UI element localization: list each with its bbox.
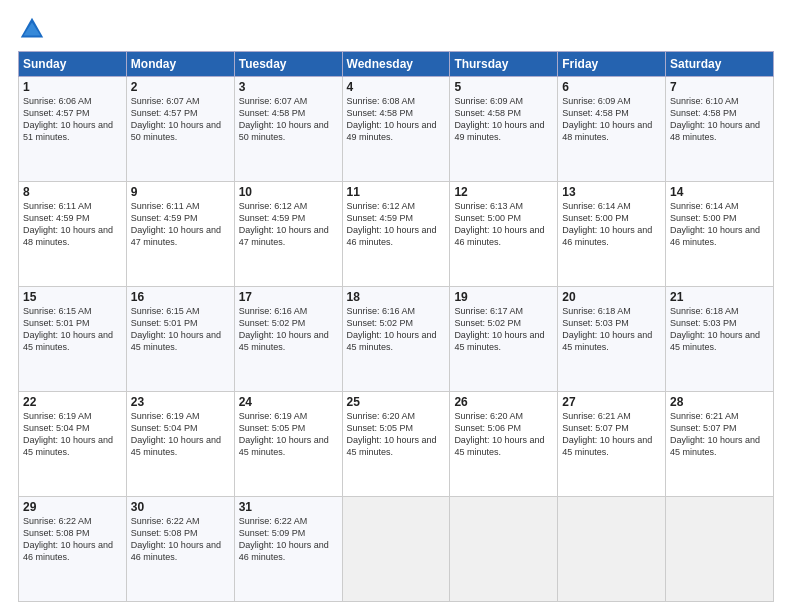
logo — [18, 15, 50, 43]
day-content: Sunrise: 6:21 AMSunset: 5:07 PMDaylight:… — [562, 410, 661, 459]
calendar-day-cell: 7Sunrise: 6:10 AMSunset: 4:58 PMDaylight… — [666, 77, 774, 182]
day-content: Sunrise: 6:07 AMSunset: 4:58 PMDaylight:… — [239, 95, 338, 144]
day-number: 30 — [131, 500, 230, 514]
day-content: Sunrise: 6:14 AMSunset: 5:00 PMDaylight:… — [562, 200, 661, 249]
calendar-day-cell: 8Sunrise: 6:11 AMSunset: 4:59 PMDaylight… — [19, 182, 127, 287]
day-content: Sunrise: 6:18 AMSunset: 5:03 PMDaylight:… — [562, 305, 661, 354]
col-friday: Friday — [558, 52, 666, 77]
calendar-day-cell: 24Sunrise: 6:19 AMSunset: 5:05 PMDayligh… — [234, 392, 342, 497]
day-content: Sunrise: 6:09 AMSunset: 4:58 PMDaylight:… — [454, 95, 553, 144]
day-number: 29 — [23, 500, 122, 514]
col-wednesday: Wednesday — [342, 52, 450, 77]
day-content: Sunrise: 6:12 AMSunset: 4:59 PMDaylight:… — [239, 200, 338, 249]
logo-icon — [18, 15, 46, 43]
calendar-day-cell: 22Sunrise: 6:19 AMSunset: 5:04 PMDayligh… — [19, 392, 127, 497]
calendar-day-cell: 30Sunrise: 6:22 AMSunset: 5:08 PMDayligh… — [126, 497, 234, 602]
day-number: 10 — [239, 185, 338, 199]
day-content: Sunrise: 6:13 AMSunset: 5:00 PMDaylight:… — [454, 200, 553, 249]
day-number: 26 — [454, 395, 553, 409]
day-content: Sunrise: 6:17 AMSunset: 5:02 PMDaylight:… — [454, 305, 553, 354]
calendar-week-row: 29Sunrise: 6:22 AMSunset: 5:08 PMDayligh… — [19, 497, 774, 602]
day-number: 2 — [131, 80, 230, 94]
calendar-day-cell: 12Sunrise: 6:13 AMSunset: 5:00 PMDayligh… — [450, 182, 558, 287]
calendar-day-cell: 10Sunrise: 6:12 AMSunset: 4:59 PMDayligh… — [234, 182, 342, 287]
calendar-day-cell: 21Sunrise: 6:18 AMSunset: 5:03 PMDayligh… — [666, 287, 774, 392]
calendar-day-cell: 1Sunrise: 6:06 AMSunset: 4:57 PMDaylight… — [19, 77, 127, 182]
day-content: Sunrise: 6:22 AMSunset: 5:08 PMDaylight:… — [23, 515, 122, 564]
day-content: Sunrise: 6:16 AMSunset: 5:02 PMDaylight:… — [347, 305, 446, 354]
day-number: 24 — [239, 395, 338, 409]
day-number: 21 — [670, 290, 769, 304]
day-number: 31 — [239, 500, 338, 514]
day-content: Sunrise: 6:19 AMSunset: 5:04 PMDaylight:… — [131, 410, 230, 459]
day-content: Sunrise: 6:18 AMSunset: 5:03 PMDaylight:… — [670, 305, 769, 354]
day-number: 16 — [131, 290, 230, 304]
calendar-day-cell: 23Sunrise: 6:19 AMSunset: 5:04 PMDayligh… — [126, 392, 234, 497]
weekday-row: Sunday Monday Tuesday Wednesday Thursday… — [19, 52, 774, 77]
day-content: Sunrise: 6:19 AMSunset: 5:05 PMDaylight:… — [239, 410, 338, 459]
day-number: 28 — [670, 395, 769, 409]
calendar-week-row: 15Sunrise: 6:15 AMSunset: 5:01 PMDayligh… — [19, 287, 774, 392]
calendar-week-row: 1Sunrise: 6:06 AMSunset: 4:57 PMDaylight… — [19, 77, 774, 182]
day-number: 18 — [347, 290, 446, 304]
day-content: Sunrise: 6:20 AMSunset: 5:05 PMDaylight:… — [347, 410, 446, 459]
day-number: 15 — [23, 290, 122, 304]
day-content: Sunrise: 6:16 AMSunset: 5:02 PMDaylight:… — [239, 305, 338, 354]
calendar-day-cell: 28Sunrise: 6:21 AMSunset: 5:07 PMDayligh… — [666, 392, 774, 497]
day-content: Sunrise: 6:10 AMSunset: 4:58 PMDaylight:… — [670, 95, 769, 144]
calendar-day-cell: 5Sunrise: 6:09 AMSunset: 4:58 PMDaylight… — [450, 77, 558, 182]
calendar-day-cell: 16Sunrise: 6:15 AMSunset: 5:01 PMDayligh… — [126, 287, 234, 392]
day-number: 6 — [562, 80, 661, 94]
col-saturday: Saturday — [666, 52, 774, 77]
day-content: Sunrise: 6:15 AMSunset: 5:01 PMDaylight:… — [23, 305, 122, 354]
day-number: 22 — [23, 395, 122, 409]
day-number: 12 — [454, 185, 553, 199]
header — [18, 15, 774, 43]
calendar-day-cell: 18Sunrise: 6:16 AMSunset: 5:02 PMDayligh… — [342, 287, 450, 392]
calendar-page: Sunday Monday Tuesday Wednesday Thursday… — [0, 0, 792, 612]
day-content: Sunrise: 6:11 AMSunset: 4:59 PMDaylight:… — [23, 200, 122, 249]
day-number: 17 — [239, 290, 338, 304]
day-number: 11 — [347, 185, 446, 199]
col-sunday: Sunday — [19, 52, 127, 77]
day-content: Sunrise: 6:22 AMSunset: 5:09 PMDaylight:… — [239, 515, 338, 564]
day-number: 1 — [23, 80, 122, 94]
day-content: Sunrise: 6:14 AMSunset: 5:00 PMDaylight:… — [670, 200, 769, 249]
calendar-day-cell: 31Sunrise: 6:22 AMSunset: 5:09 PMDayligh… — [234, 497, 342, 602]
col-tuesday: Tuesday — [234, 52, 342, 77]
day-content: Sunrise: 6:19 AMSunset: 5:04 PMDaylight:… — [23, 410, 122, 459]
day-content: Sunrise: 6:22 AMSunset: 5:08 PMDaylight:… — [131, 515, 230, 564]
day-number: 23 — [131, 395, 230, 409]
calendar-table: Sunday Monday Tuesday Wednesday Thursday… — [18, 51, 774, 602]
calendar-week-row: 8Sunrise: 6:11 AMSunset: 4:59 PMDaylight… — [19, 182, 774, 287]
day-number: 19 — [454, 290, 553, 304]
calendar-body: 1Sunrise: 6:06 AMSunset: 4:57 PMDaylight… — [19, 77, 774, 602]
calendar-day-cell: 4Sunrise: 6:08 AMSunset: 4:58 PMDaylight… — [342, 77, 450, 182]
calendar-day-cell: 19Sunrise: 6:17 AMSunset: 5:02 PMDayligh… — [450, 287, 558, 392]
day-number: 14 — [670, 185, 769, 199]
day-number: 3 — [239, 80, 338, 94]
day-content: Sunrise: 6:20 AMSunset: 5:06 PMDaylight:… — [454, 410, 553, 459]
day-content: Sunrise: 6:12 AMSunset: 4:59 PMDaylight:… — [347, 200, 446, 249]
calendar-day-cell: 25Sunrise: 6:20 AMSunset: 5:05 PMDayligh… — [342, 392, 450, 497]
calendar-day-cell: 14Sunrise: 6:14 AMSunset: 5:00 PMDayligh… — [666, 182, 774, 287]
calendar-header: Sunday Monday Tuesday Wednesday Thursday… — [19, 52, 774, 77]
calendar-week-row: 22Sunrise: 6:19 AMSunset: 5:04 PMDayligh… — [19, 392, 774, 497]
calendar-day-cell: 9Sunrise: 6:11 AMSunset: 4:59 PMDaylight… — [126, 182, 234, 287]
calendar-day-cell: 17Sunrise: 6:16 AMSunset: 5:02 PMDayligh… — [234, 287, 342, 392]
calendar-day-cell: 3Sunrise: 6:07 AMSunset: 4:58 PMDaylight… — [234, 77, 342, 182]
calendar-day-cell: 29Sunrise: 6:22 AMSunset: 5:08 PMDayligh… — [19, 497, 127, 602]
day-content: Sunrise: 6:15 AMSunset: 5:01 PMDaylight:… — [131, 305, 230, 354]
day-content: Sunrise: 6:07 AMSunset: 4:57 PMDaylight:… — [131, 95, 230, 144]
calendar-day-cell: 2Sunrise: 6:07 AMSunset: 4:57 PMDaylight… — [126, 77, 234, 182]
day-number: 7 — [670, 80, 769, 94]
day-number: 8 — [23, 185, 122, 199]
calendar-day-cell: 26Sunrise: 6:20 AMSunset: 5:06 PMDayligh… — [450, 392, 558, 497]
day-number: 25 — [347, 395, 446, 409]
calendar-day-cell: 20Sunrise: 6:18 AMSunset: 5:03 PMDayligh… — [558, 287, 666, 392]
calendar-day-cell: 13Sunrise: 6:14 AMSunset: 5:00 PMDayligh… — [558, 182, 666, 287]
calendar-day-cell — [450, 497, 558, 602]
day-content: Sunrise: 6:21 AMSunset: 5:07 PMDaylight:… — [670, 410, 769, 459]
day-content: Sunrise: 6:09 AMSunset: 4:58 PMDaylight:… — [562, 95, 661, 144]
col-thursday: Thursday — [450, 52, 558, 77]
